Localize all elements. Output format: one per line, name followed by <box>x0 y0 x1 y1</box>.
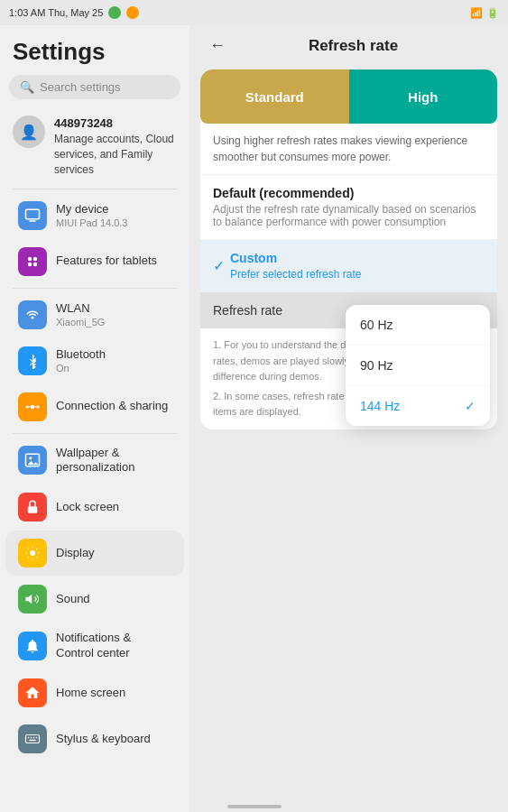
sidebar-item-wlan[interactable]: WLAN Xiaomi_5G <box>5 292 184 337</box>
dropdown-item-144hz[interactable]: 144 Hz ✓ <box>346 386 490 426</box>
main-layout: Settings 🔍 Search settings 👤 448973248 M… <box>0 25 508 812</box>
account-row[interactable]: 👤 448973248 Manage accounts, Cloud servi… <box>0 108 189 185</box>
connection-sharing-label: Connection & sharing <box>56 399 168 414</box>
wifi-icon: 📶 <box>470 7 483 19</box>
status-right: 📶 🔋 <box>470 7 499 19</box>
refresh-rate-label: Refresh rate <box>213 303 282 318</box>
wlan-icon <box>18 300 47 329</box>
notifications-icon <box>18 632 47 660</box>
svg-rect-13 <box>28 507 38 514</box>
sidebar-item-bluetooth[interactable]: Bluetooth On <box>5 338 184 383</box>
refresh-description: Using higher refresh rates makes viewing… <box>200 124 497 175</box>
wlan-text: WLAN Xiaomi_5G <box>56 301 105 328</box>
toggle-high[interactable]: High <box>349 69 498 124</box>
custom-option[interactable]: ✓ Custom Prefer selected refresh rate <box>200 240 497 292</box>
status-left: 1:03 AM Thu, May 25 <box>9 6 139 19</box>
wallpaper-label: Wallpaper & personalization <box>56 446 171 476</box>
search-placeholder: Search settings <box>40 80 121 94</box>
status-bar: 1:03 AM Thu, May 25 📶 🔋 <box>0 0 508 25</box>
svg-point-6 <box>31 404 35 409</box>
wlan-label: WLAN <box>56 301 105 317</box>
dropdown-check-icon: ✓ <box>465 399 476 413</box>
svg-rect-1 <box>29 220 36 222</box>
refresh-rate-dropdown: 60 Hz 90 Hz 144 Hz ✓ <box>346 305 490 426</box>
home-screen-icon <box>18 678 47 707</box>
lock-screen-icon <box>18 493 47 521</box>
default-option[interactable]: Default (recommended) Adjust the refresh… <box>200 175 497 240</box>
features-tablets-icon <box>18 247 47 276</box>
sidebar-item-my-device[interactable]: My device MIUI Pad 14.0.3 <box>5 193 184 238</box>
account-description: Manage accounts, Cloud services, and Fam… <box>54 132 177 177</box>
stylus-keyboard-label: Stylus & keyboard <box>56 732 151 747</box>
toggle-bar: Standard High <box>200 69 497 124</box>
sidebar-item-sound[interactable]: Sound <box>5 577 184 622</box>
dropdown-item-60hz-label: 60 Hz <box>360 318 393 332</box>
svg-point-14 <box>30 550 35 556</box>
custom-option-sub: Prefer selected refresh rate <box>230 268 485 281</box>
dropdown-item-90hz[interactable]: 90 Hz <box>346 346 490 386</box>
sidebar-item-display[interactable]: Display <box>5 531 184 576</box>
sidebar: Settings 🔍 Search settings 👤 448973248 M… <box>0 25 189 812</box>
search-box[interactable]: 🔍 Search settings <box>9 75 180 99</box>
display-icon <box>18 539 47 567</box>
dropdown-item-90hz-label: 90 Hz <box>360 358 393 373</box>
sidebar-item-notifications[interactable]: Notifications & Control center <box>5 623 184 669</box>
account-id: 448973248 <box>54 115 177 132</box>
page-title: Refresh rate <box>240 37 466 55</box>
sidebar-title: Settings <box>0 38 189 75</box>
bluetooth-icon <box>18 346 47 375</box>
svg-rect-16 <box>28 737 30 739</box>
stylus-keyboard-icon <box>18 724 47 753</box>
svg-point-2 <box>28 256 32 261</box>
sidebar-item-home-screen[interactable]: Home screen <box>5 670 184 715</box>
sidebar-item-lock-screen[interactable]: Lock screen <box>5 484 184 530</box>
dropdown-item-60hz[interactable]: 60 Hz <box>346 305 490 346</box>
sidebar-item-connection-sharing[interactable]: Connection & sharing <box>5 384 184 429</box>
sound-icon <box>18 585 47 614</box>
dropdown-item-144hz-label: 144 Hz <box>360 399 400 413</box>
dot-orange-icon <box>126 6 139 19</box>
svg-rect-18 <box>33 737 35 739</box>
default-option-title: Default (recommended) <box>213 186 485 200</box>
wlan-sub: Xiaomi_5G <box>56 317 105 328</box>
bluetooth-label: Bluetooth <box>56 347 106 363</box>
back-button[interactable]: ← <box>204 34 231 57</box>
divider-3 <box>13 433 177 434</box>
svg-point-5 <box>33 262 38 266</box>
custom-option-title: Custom <box>230 251 485 265</box>
avatar: 👤 <box>13 115 45 148</box>
connection-sharing-icon <box>18 392 47 421</box>
wallpaper-icon <box>18 446 47 475</box>
my-device-label: My device <box>56 202 128 217</box>
svg-rect-20 <box>29 740 36 742</box>
svg-rect-0 <box>26 209 40 219</box>
lock-screen-label: Lock screen <box>56 500 119 515</box>
status-time: 1:03 AM Thu, May 25 <box>9 7 103 18</box>
svg-rect-19 <box>36 737 38 739</box>
search-icon: 🔍 <box>20 80 34 94</box>
display-label: Display <box>56 546 95 561</box>
divider-1 <box>13 189 177 189</box>
battery-icon: 🔋 <box>486 7 499 19</box>
home-screen-label: Home screen <box>56 686 125 701</box>
svg-point-7 <box>26 405 29 408</box>
main-header: ← Refresh rate <box>189 25 508 66</box>
sidebar-item-stylus-keyboard[interactable]: Stylus & keyboard <box>5 716 184 761</box>
divider-2 <box>13 288 177 289</box>
bluetooth-text: Bluetooth On <box>56 347 106 374</box>
sidebar-item-wallpaper[interactable]: Wallpaper & personalization <box>5 438 184 484</box>
custom-check-icon: ✓ <box>213 257 225 274</box>
custom-option-row: ✓ Custom Prefer selected refresh rate <box>213 251 485 281</box>
toggle-standard[interactable]: Standard <box>200 69 349 124</box>
dot-green-icon <box>108 6 121 19</box>
sidebar-item-features-tablets[interactable]: Features for tablets <box>5 239 184 284</box>
svg-point-4 <box>28 262 32 266</box>
main-content: ← Refresh rate Standard High Using highe… <box>189 25 508 812</box>
svg-point-8 <box>37 405 40 408</box>
features-tablets-label: Features for tablets <box>56 254 157 269</box>
svg-rect-17 <box>31 737 32 739</box>
svg-point-12 <box>29 457 32 460</box>
my-device-text: My device MIUI Pad 14.0.3 <box>56 202 128 228</box>
my-device-icon <box>18 201 47 230</box>
my-device-sub: MIUI Pad 14.0.3 <box>56 217 128 228</box>
